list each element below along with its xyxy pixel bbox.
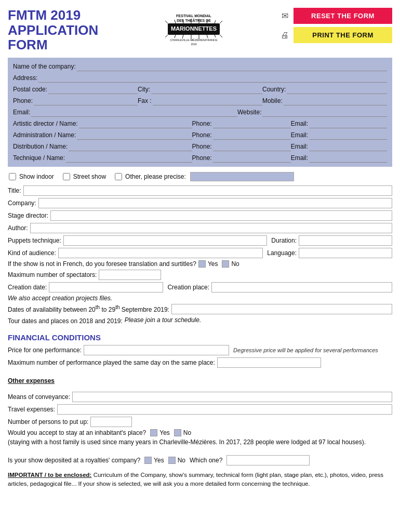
title-row: Title: (8, 185, 392, 196)
distrib-input[interactable] (69, 142, 192, 151)
max-spectators-label: Maximum number of spectators: (8, 271, 97, 278)
creation-date-label: Creation date: (8, 284, 47, 291)
technique-email-label: Email: (291, 154, 308, 162)
website-label: Website: (237, 109, 261, 116)
puppets-input[interactable] (63, 235, 268, 246)
artistic-label: Artistic director / Name: (13, 120, 78, 127)
print-button[interactable]: PRINT THE FORM (294, 27, 392, 43)
tour-italic: Please join a tour schedule. (125, 316, 201, 324)
royalties-yes-checkbox[interactable] (144, 457, 152, 464)
reset-icon: ✉ (279, 10, 290, 22)
creation-date-input[interactable] (49, 282, 163, 292)
persons-row: Number of persons to put up: (8, 417, 392, 427)
price-input[interactable] (84, 345, 229, 355)
translation-yes-checkbox[interactable] (198, 260, 206, 268)
stay-yes-label: Yes (159, 429, 170, 436)
royalties-yes-label: Yes (154, 457, 164, 464)
technique-input[interactable] (66, 153, 192, 163)
address-row: Address: (13, 72, 387, 84)
postal-row: Postal code: City: Country: (13, 84, 387, 95)
city-input[interactable] (151, 85, 262, 94)
yes-label: Yes (208, 260, 218, 268)
stay-no-checkbox[interactable] (174, 429, 181, 436)
persons-input[interactable] (90, 417, 132, 427)
audience-input[interactable] (58, 248, 263, 258)
admin-label: Administration / Name: (13, 131, 76, 139)
stage-director-input[interactable] (50, 210, 392, 221)
stay-note: (staying with a host family is used sinc… (8, 438, 366, 446)
admin-email-input[interactable] (309, 130, 387, 140)
website-input[interactable] (262, 108, 387, 117)
artistic-phone-input[interactable] (213, 119, 291, 128)
technique-phone-input[interactable] (213, 153, 291, 163)
svg-text:MARIONNETTES: MARIONNETTES (171, 25, 217, 32)
company-label: Name of the company: (13, 63, 76, 70)
postal-input[interactable] (48, 85, 138, 94)
technique-row: Technique / Name: Phone: Email: (13, 152, 387, 164)
stage-director-row: Stage director: (8, 210, 392, 221)
duration-input[interactable] (299, 235, 392, 246)
email-input[interactable] (31, 108, 237, 117)
country-input[interactable] (287, 85, 387, 94)
artistic-input[interactable] (79, 119, 192, 128)
mobile-input[interactable] (284, 96, 387, 105)
technique-email-input[interactable] (309, 153, 387, 163)
street-show-checkbox[interactable] (62, 173, 71, 180)
header: FMTM 2019 APPLICATION FORM FESTIVAL MOND… (8, 8, 392, 52)
max-perf-input[interactable] (217, 357, 321, 368)
admin-phone-label: Phone: (192, 131, 212, 139)
svg-text:FESTIVAL MONDIAL: FESTIVAL MONDIAL (176, 14, 212, 18)
audience-label: Kind of audience: (8, 249, 56, 257)
svg-text:CHARLEVILLE-MÉZIÈRES/FRANCE: CHARLEVILLE-MÉZIÈRES/FRANCE (170, 38, 218, 42)
creation-place-input[interactable] (211, 282, 392, 292)
distrib-email-input[interactable] (309, 142, 387, 151)
other-input[interactable] (190, 172, 294, 181)
artistic-email-label: Email: (291, 120, 308, 127)
persons-label: Number of persons to put up: (8, 418, 88, 425)
travel-input[interactable] (57, 404, 392, 415)
max-perf-row: Maximum number of performance played the… (8, 357, 392, 368)
availability-row: Dates of availability between 20th to 29… (8, 304, 392, 314)
admin-phone-input[interactable] (213, 130, 291, 140)
max-spectators-input[interactable] (99, 270, 161, 280)
other-checkbox[interactable] (114, 173, 123, 180)
which-one-input[interactable] (226, 455, 310, 466)
distrib-phone-input[interactable] (213, 142, 291, 151)
company-input[interactable] (77, 62, 387, 71)
conveyance-input[interactable] (72, 392, 392, 402)
artistic-email-input[interactable] (309, 119, 387, 128)
stay-no-label: No (183, 429, 191, 436)
title-input[interactable] (23, 185, 392, 196)
phone-input[interactable] (34, 96, 138, 105)
admin-input[interactable] (77, 130, 192, 140)
no-label: No (231, 260, 239, 268)
show-indoor-checkbox[interactable] (8, 173, 17, 180)
address-input[interactable] (38, 73, 387, 83)
language-input[interactable] (299, 248, 392, 258)
country-label: Country: (262, 86, 286, 93)
degressive-note: Degressive price will be applied for sev… (233, 347, 378, 353)
royalties-no-checkbox[interactable] (168, 457, 176, 464)
stay-yes-checkbox[interactable] (150, 429, 157, 436)
fax-input[interactable] (153, 96, 262, 105)
artistic-row: Artistic director / Name: Phone: Email: (13, 118, 387, 129)
company-detail-input[interactable] (38, 198, 392, 208)
print-row: 🖨 PRINT THE FORM (279, 27, 392, 43)
which-one-label: Which one? (190, 457, 222, 464)
availability-input[interactable] (171, 304, 392, 314)
author-label: Author: (8, 224, 28, 232)
logo-block: FESTIVAL MONDIAL DES THÉÂTRES DE MARIONN… (109, 8, 279, 49)
translation-no-checkbox[interactable] (222, 260, 229, 268)
reset-row: ✉ RESET THE FORM (279, 8, 392, 24)
distrib-email-label: Email: (291, 143, 308, 150)
other-label: Other, please precise: (125, 173, 186, 180)
italic-note: We also accept creation projects files. (8, 295, 392, 302)
author-input[interactable] (30, 223, 392, 233)
email-label: Email: (13, 109, 30, 116)
phone-row: Phone: Fax : Mobile: (13, 95, 387, 107)
price-label: Price for one performance: (8, 347, 82, 354)
title-label: Title: (8, 187, 21, 194)
distrib-label: Distribution / Name: (13, 143, 68, 150)
reset-button[interactable]: RESET THE FORM (294, 8, 392, 24)
admin-email-label: Email: (291, 131, 308, 139)
